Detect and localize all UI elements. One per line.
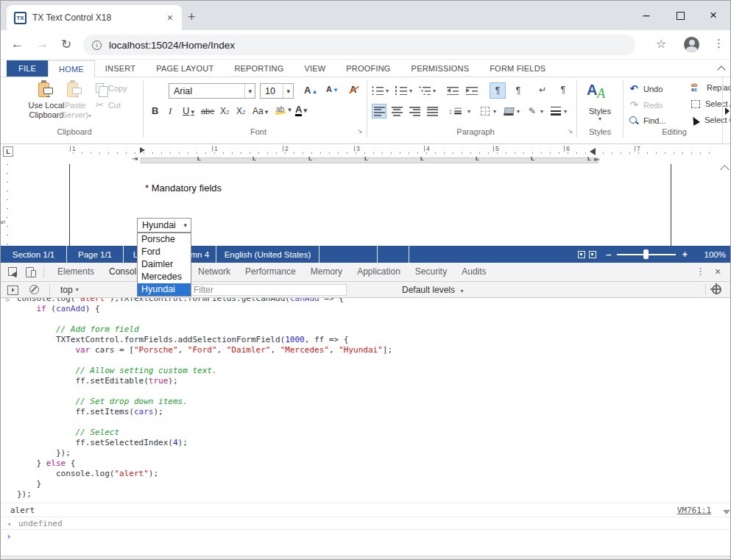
shading-button[interactable] — [501, 104, 516, 118]
doc-scroll-up-icon[interactable] — [720, 165, 730, 174]
align-left-button[interactable] — [372, 104, 386, 118]
font-color-button[interactable]: A▾ — [295, 105, 307, 116]
devtools-tab-memory[interactable]: Memory — [303, 263, 350, 281]
borders-button[interactable] — [478, 104, 492, 118]
reload-icon[interactable]: ↻ — [61, 37, 71, 52]
tab-selector-box[interactable]: L — [3, 146, 13, 157]
ruler-tab-stop[interactable]: L — [308, 155, 312, 162]
find-button[interactable]: Find... — [628, 116, 666, 126]
font-color-dropdown-icon[interactable]: ▾ — [303, 107, 307, 114]
zoom-out-button[interactable]: – — [606, 249, 611, 260]
log-levels-selector[interactable]: Default levels ▾ — [402, 285, 463, 295]
devtools-tab-performance[interactable]: Performance — [238, 263, 303, 281]
fit-page-icon[interactable] — [578, 251, 585, 258]
ruler-tab-stop[interactable]: L — [364, 155, 368, 162]
underline-button[interactable]: U▾ — [183, 105, 194, 116]
first-line-indent-marker[interactable] — [140, 147, 145, 153]
right-indent-arrow[interactable]: ⇤ — [594, 155, 600, 163]
tab-close-icon[interactable]: × — [166, 11, 174, 24]
dropdown-item-daimler[interactable]: Daimler — [138, 258, 191, 271]
undo-button[interactable]: ↶ Undo — [628, 83, 663, 94]
bold-button[interactable]: B — [152, 105, 158, 116]
profile-avatar[interactable] — [684, 37, 699, 52]
strikethrough-button[interactable]: abe — [201, 107, 214, 116]
bullet-dropdown-icon[interactable]: ▾ — [386, 88, 389, 94]
font-family-dropdown-icon[interactable]: ▾ — [244, 84, 255, 98]
ruler-tab-stop[interactable]: L — [420, 155, 424, 162]
console-prompt[interactable]: › — [1, 530, 730, 545]
ribbon-tab-permissions[interactable]: PERMISSIONS — [401, 60, 480, 77]
change-case-button[interactable]: Aa▾ — [253, 106, 268, 116]
highlight-dropdown-icon[interactable]: ▾ — [288, 106, 292, 113]
multilevel-list-button[interactable] — [417, 83, 432, 98]
font-family-combo[interactable]: Arial ▾ — [169, 83, 255, 99]
ruler-tab-stop[interactable]: L — [253, 155, 256, 162]
dropdown-item-porsche[interactable]: Porsche — [138, 233, 191, 246]
address-bar[interactable]: i localhost:15024/Home/Index — [83, 35, 635, 55]
border-pen-button[interactable]: ✎ — [525, 104, 540, 118]
border-pen-dropdown-icon[interactable]: ▾ — [540, 108, 543, 115]
subscript-button[interactable]: X2 — [220, 106, 229, 116]
paragraph-dialog-launcher[interactable]: ↘ — [568, 127, 573, 135]
console-sidebar-icon[interactable] — [7, 286, 18, 294]
ribbon-tab-reporting[interactable]: REPORTING — [224, 60, 294, 77]
justify-button[interactable] — [425, 104, 439, 118]
ribbon-tab-home[interactable]: HOME — [48, 60, 95, 77]
rtl-paragraph-button[interactable]: ¶ — [510, 82, 526, 99]
shrink-font-button[interactable]: A▼ — [326, 85, 339, 93]
devtools-tab-audits[interactable]: Audits — [454, 263, 493, 281]
zoom-in-button[interactable]: + — [682, 249, 688, 260]
italic-button[interactable]: I — [169, 105, 172, 117]
align-center-button[interactable] — [389, 104, 404, 118]
window-close-button[interactable]: × — [702, 8, 724, 23]
borders-dropdown-icon[interactable]: ▾ — [493, 108, 496, 115]
shading-dropdown-icon[interactable]: ▾ — [517, 108, 520, 115]
url-text[interactable]: localhost:15024/Home/Index — [109, 40, 235, 51]
zoom-slider-thumb[interactable] — [643, 249, 649, 259]
ltr-paragraph-button[interactable]: ¶ — [490, 82, 506, 99]
dropdown-item-ford[interactable]: Ford — [138, 246, 191, 258]
decrease-indent-button[interactable] — [445, 83, 460, 98]
ruler-tab-stop[interactable]: L — [587, 155, 591, 162]
ruler-tab-stop[interactable]: L — [476, 155, 479, 162]
fit-width-icon[interactable] — [589, 251, 596, 258]
console-scroll-down-icon[interactable] — [723, 510, 730, 514]
ribbon-tab-file[interactable]: FILE — [7, 60, 48, 77]
ribbon-tab-insert[interactable]: INSERT — [95, 60, 146, 77]
settings-gear-icon[interactable] — [712, 285, 721, 294]
grow-font-button[interactable]: A▲ — [304, 85, 317, 96]
window-maximize-button[interactable] — [669, 8, 691, 23]
formatting-marks-button[interactable]: ¶ — [556, 82, 571, 97]
ribbon-tab-proofing[interactable]: PROOFING — [336, 60, 400, 77]
browser-tab[interactable]: TX TX Text Control X18 × — [7, 5, 182, 30]
devtools-tab-network[interactable]: Network — [191, 263, 238, 281]
ruler-tab-stop[interactable]: L — [531, 155, 534, 162]
styles-button[interactable]: A A — [587, 82, 612, 105]
new-tab-button[interactable]: + — [188, 10, 196, 25]
dropdown-item-hyundai[interactable]: Hyundai — [138, 283, 191, 296]
source-link[interactable]: VM761:1 — [677, 503, 711, 517]
inspect-element-icon[interactable] — [8, 267, 18, 277]
numbered-dropdown-icon[interactable]: ▾ — [409, 88, 412, 94]
superscript-button[interactable]: X2 — [236, 106, 245, 116]
page-info-icon[interactable]: i — [92, 40, 102, 50]
right-indent-marker[interactable] — [590, 148, 596, 155]
document-area[interactable]: 5 * Mandatory fields — [1, 164, 730, 246]
back-icon[interactable]: ← — [11, 37, 24, 52]
bookmark-star-icon[interactable]: ☆ — [656, 37, 666, 51]
styles-button-label[interactable]: Styles ▾ — [579, 107, 621, 122]
multilevel-dropdown-icon[interactable]: ▾ — [433, 88, 436, 94]
bullet-list-button[interactable] — [370, 83, 385, 98]
break-button[interactable]: ↵ — [535, 82, 550, 97]
clear-console-icon[interactable] — [29, 285, 39, 294]
context-selector[interactable]: top — [60, 285, 73, 295]
change-case-dropdown-icon[interactable]: ▾ — [265, 108, 269, 116]
dropdown-item-mercedes[interactable]: Mercedes — [138, 271, 191, 283]
font-dialog-launcher[interactable]: ↘ — [357, 127, 363, 135]
window-minimize-button[interactable]: – — [635, 8, 657, 23]
line-style-button[interactable] — [548, 104, 563, 118]
highlight-color-button[interactable]: ab▾ — [276, 105, 292, 113]
devtools-close-icon[interactable]: × — [715, 266, 721, 277]
ribbon-tab-view[interactable]: VIEW — [294, 60, 336, 77]
line-spacing-dropdown-icon[interactable]: ▾ — [467, 108, 470, 115]
